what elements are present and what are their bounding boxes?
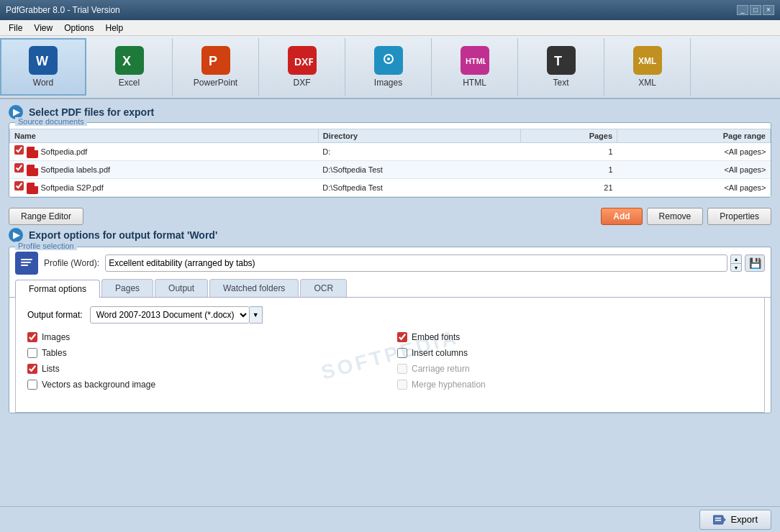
toolbar-btn-images[interactable]: Images	[345, 38, 432, 96]
label-merge_hyphenation: Merge hyphenation	[412, 380, 486, 390]
file-pdf-icon	[27, 183, 38, 194]
save-profile-button[interactable]: 💾	[745, 254, 765, 272]
file-pages: 21	[521, 179, 617, 197]
toolbar-btn-text[interactable]: T Text	[518, 38, 604, 96]
output-format-label: Output format:	[27, 310, 83, 320]
col-name: Name	[10, 129, 319, 143]
checkbox-lists[interactable]	[27, 364, 37, 374]
file-directory: D:	[318, 143, 520, 161]
profile-icon	[15, 252, 38, 275]
svg-text:P: P	[209, 54, 217, 68]
toolbar-btn-excel[interactable]: X Excel	[86, 38, 173, 96]
toolbar-label-word: Word	[33, 78, 53, 88]
tab-watched-folders[interactable]: Watched folders	[209, 279, 299, 297]
checkbox-vectors[interactable]	[27, 380, 37, 390]
checkbox-insert_columns[interactable]	[397, 348, 407, 358]
svg-text:W: W	[36, 54, 48, 68]
export-options-title: Export options for output format 'Word'	[29, 229, 217, 241]
profile-select-arrows[interactable]: ▲ ▼	[730, 254, 742, 272]
remove-button[interactable]: Remove	[647, 208, 704, 225]
tab-format-options[interactable]: Format options	[15, 280, 100, 298]
profile-select-wrap: Excellent editability (arranged by tabs)…	[105, 254, 765, 272]
select-pdf-header: ▶ Select PDF files for export	[9, 105, 771, 119]
toolbar-label-images: Images	[374, 78, 402, 88]
format-select-arrow[interactable]: ▼	[250, 306, 263, 324]
menubar: File View Options Help	[0, 20, 780, 36]
export-label: Export	[730, 514, 758, 525]
toolbar-btn-html[interactable]: HTML HTML	[432, 38, 518, 96]
file-name: Softpedia S2P.pdf	[41, 183, 104, 192]
toolbar-btn-powerpoint[interactable]: P PowerPoint	[173, 38, 259, 96]
toolbar-label-xml: XML	[638, 78, 656, 88]
col-pages: Pages	[521, 129, 617, 143]
svg-rect-18	[21, 259, 32, 260]
file-page-range: <All pages>	[617, 143, 771, 161]
file-pages: 1	[521, 161, 617, 179]
file-directory: D:\Softpedia Test	[318, 179, 520, 197]
file-page-range: <All pages>	[617, 179, 771, 197]
tab-pages[interactable]: Pages	[101, 279, 153, 297]
select-up-arrow[interactable]: ▲	[731, 255, 741, 264]
tab-output[interactable]: Output	[155, 279, 208, 297]
svg-text:DXF: DXF	[294, 56, 313, 68]
select-down-arrow[interactable]: ▼	[731, 264, 741, 272]
svg-text:T: T	[554, 54, 562, 68]
file-buttons-row: Range Editor Add Remove Properties	[9, 203, 771, 228]
format-row: Output format: Word 2007-2013 Document (…	[27, 306, 753, 324]
excel-icon: X	[115, 46, 144, 75]
table-row: Softpedia.pdfD:1<All pages>	[10, 143, 771, 161]
profile-group: Profile selection Profile (Word): Excell…	[9, 247, 771, 413]
checkbox-carriage_return	[397, 364, 407, 374]
checkbox-tables[interactable]	[27, 348, 37, 358]
toolbar-btn-xml[interactable]: XML XML	[604, 38, 691, 96]
file-checkbox[interactable]	[14, 181, 24, 191]
add-button[interactable]: Add	[601, 208, 642, 225]
checkbox-embed_fonts[interactable]	[397, 332, 407, 342]
option-item-vectors: Vectors as background image	[27, 380, 383, 390]
tab-ocr[interactable]: OCR	[300, 279, 347, 297]
options-grid: ImagesTablesListsVectors as background i…	[27, 332, 753, 390]
file-action-buttons: Add Remove Properties	[601, 208, 771, 225]
minimize-button[interactable]: _	[737, 5, 748, 15]
range-editor-button[interactable]: Range Editor	[9, 208, 83, 225]
option-item-insert_columns: Insert columns	[397, 348, 753, 358]
col-pagerange: Page range	[617, 129, 771, 143]
svg-rect-20	[21, 265, 28, 266]
svg-text:XML: XML	[638, 56, 656, 66]
checkbox-merge_hyphenation	[397, 380, 407, 390]
toolbar-btn-word[interactable]: W Word	[0, 38, 86, 96]
svg-rect-19	[21, 262, 31, 263]
menu-view[interactable]: View	[28, 22, 58, 35]
export-button[interactable]: Export	[699, 510, 771, 530]
file-checkbox[interactable]	[14, 145, 24, 155]
profile-group-label: Profile selection	[15, 242, 77, 250]
source-docs-label: Source documents	[15, 117, 87, 126]
word-icon: W	[29, 46, 58, 75]
file-name: Softpedia labels.pdf	[41, 165, 111, 174]
menu-file[interactable]: File	[3, 22, 28, 35]
file-checkbox[interactable]	[14, 163, 24, 173]
xml-icon: XML	[633, 46, 662, 75]
export-options-header: ▶ Export options for output format 'Word…	[9, 228, 771, 242]
format-select[interactable]: Word 2007-2013 Document (*.docx)Word 97-…	[90, 306, 250, 324]
file-pages: 1	[521, 143, 617, 161]
option-item-embed_fonts: Embed fonts	[397, 332, 753, 342]
toolbar-label-excel: Excel	[119, 78, 140, 88]
properties-button[interactable]: Properties	[707, 208, 771, 225]
profile-select[interactable]: Excellent editability (arranged by tabs)	[105, 254, 727, 272]
export-bar: Export	[0, 506, 780, 532]
label-embed_fonts: Embed fonts	[412, 332, 460, 342]
menu-options[interactable]: Options	[58, 22, 99, 35]
toolbar-btn-dxf[interactable]: DXF DXF	[259, 38, 345, 96]
file-name-cell: Softpedia.pdf	[10, 143, 319, 161]
svg-point-10	[387, 58, 390, 60]
toolbar-label-html: HTML	[463, 78, 486, 88]
select-pdf-title: Select PDF files for export	[29, 106, 154, 118]
menu-help[interactable]: Help	[100, 22, 130, 35]
table-row: Softpedia labels.pdfD:\Softpedia Test1<A…	[10, 161, 771, 179]
close-button[interactable]: ×	[763, 5, 774, 15]
svg-rect-23	[715, 518, 721, 519]
main-content: ▶ Select PDF files for export Source doc…	[0, 99, 780, 532]
checkbox-images[interactable]	[27, 332, 37, 342]
restore-button[interactable]: □	[750, 5, 761, 15]
